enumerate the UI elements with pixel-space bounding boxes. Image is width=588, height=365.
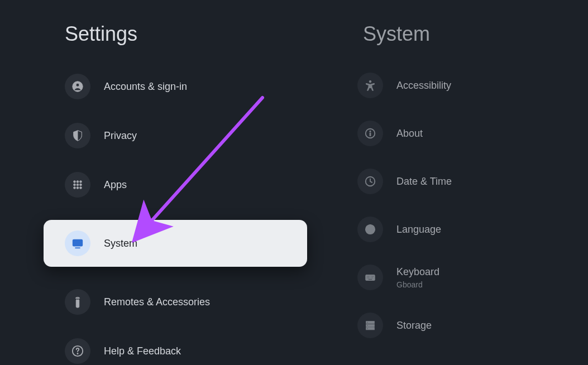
system-item-language[interactable]: Language bbox=[357, 217, 588, 242]
svg-point-14 bbox=[77, 353, 78, 354]
menu-item-accounts[interactable]: Accounts & sign-in bbox=[0, 73, 357, 100]
system-item-accessibility[interactable]: Accessibility bbox=[357, 73, 588, 98]
menu-label: Apps bbox=[104, 179, 127, 191]
system-item-sublabel: Gboard bbox=[396, 280, 439, 289]
svg-point-9 bbox=[77, 187, 79, 189]
system-item-label: About bbox=[396, 128, 423, 140]
svg-point-38 bbox=[367, 325, 368, 326]
keyboard-icon bbox=[357, 265, 383, 290]
shield-icon bbox=[65, 123, 90, 148]
remote-icon bbox=[65, 289, 90, 315]
menu-item-system[interactable]: System bbox=[44, 220, 307, 267]
info-icon bbox=[357, 121, 383, 146]
system-item-keyboard[interactable]: Keyboard Gboard bbox=[357, 265, 588, 290]
menu-label: Help & Feedback bbox=[104, 345, 181, 357]
menu-item-apps[interactable]: Apps bbox=[0, 171, 357, 199]
menu-label: Accounts & sign-in bbox=[104, 81, 187, 93]
menu-label: Remotes & Accessories bbox=[104, 296, 210, 308]
svg-point-15 bbox=[369, 80, 371, 83]
svg-point-7 bbox=[80, 184, 82, 186]
svg-point-4 bbox=[80, 181, 82, 183]
page-title-settings: Settings bbox=[65, 22, 357, 46]
menu-item-help[interactable]: Help & Feedback bbox=[0, 337, 357, 365]
svg-point-37 bbox=[367, 322, 368, 323]
system-item-label: Keyboard bbox=[396, 266, 439, 278]
help-icon bbox=[65, 338, 90, 364]
storage-icon bbox=[357, 313, 383, 338]
system-item-storage[interactable]: Storage bbox=[357, 313, 588, 338]
svg-point-3 bbox=[77, 181, 79, 183]
settings-menu: Accounts & sign-in Privacy Apps System bbox=[0, 73, 357, 365]
svg-rect-29 bbox=[367, 277, 368, 278]
svg-point-8 bbox=[74, 187, 76, 189]
svg-rect-30 bbox=[369, 277, 370, 278]
page-title-system: System bbox=[363, 22, 588, 46]
clock-icon bbox=[357, 169, 383, 194]
svg-rect-26 bbox=[370, 276, 371, 277]
accessibility-icon bbox=[357, 73, 383, 98]
menu-item-remotes[interactable]: Remotes & Accessories bbox=[0, 288, 357, 316]
system-item-label: Accessibility bbox=[396, 80, 451, 92]
svg-point-1 bbox=[76, 83, 79, 87]
menu-label: Privacy bbox=[104, 130, 137, 142]
system-item-label: Storage bbox=[396, 320, 432, 332]
monitor-icon bbox=[65, 230, 90, 256]
svg-rect-27 bbox=[371, 276, 372, 277]
system-item-datetime[interactable]: Date & Time bbox=[357, 169, 588, 194]
svg-point-10 bbox=[80, 187, 82, 189]
system-menu: Accessibility About Date & Time Language bbox=[357, 73, 588, 338]
svg-rect-25 bbox=[369, 276, 370, 277]
svg-rect-18 bbox=[370, 133, 371, 136]
svg-point-5 bbox=[74, 184, 76, 186]
globe-icon bbox=[357, 217, 383, 242]
svg-rect-33 bbox=[368, 279, 372, 280]
svg-rect-31 bbox=[370, 277, 371, 278]
system-item-about[interactable]: About bbox=[357, 121, 588, 146]
svg-point-6 bbox=[77, 184, 79, 186]
svg-rect-32 bbox=[371, 277, 372, 278]
svg-point-39 bbox=[367, 328, 368, 329]
menu-label: System bbox=[104, 238, 137, 249]
menu-item-privacy[interactable]: Privacy bbox=[0, 122, 357, 150]
system-item-label: Language bbox=[396, 224, 441, 236]
account-icon bbox=[65, 74, 90, 99]
apps-icon bbox=[65, 172, 90, 198]
system-item-label: Date & Time bbox=[396, 176, 452, 188]
svg-rect-24 bbox=[367, 276, 368, 277]
svg-rect-28 bbox=[373, 276, 374, 277]
svg-point-17 bbox=[370, 131, 371, 132]
svg-point-2 bbox=[74, 181, 76, 183]
svg-rect-11 bbox=[73, 240, 83, 246]
